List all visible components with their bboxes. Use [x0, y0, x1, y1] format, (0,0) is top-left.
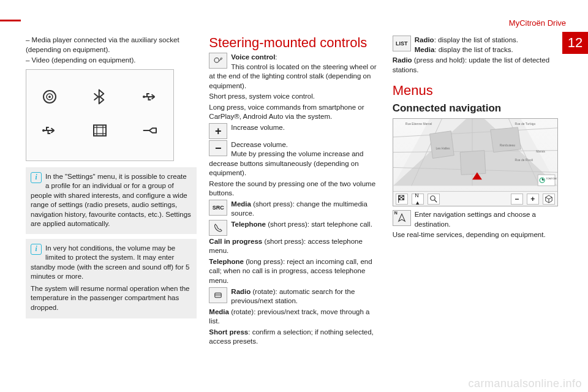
info-icon: i	[31, 172, 42, 183]
src-line: SRC Media (short press): change the mult…	[209, 200, 380, 219]
short-label: Short press	[209, 328, 248, 336]
svg-point-6	[214, 58, 219, 63]
svg-text:Rue de Turbigo: Rue de Turbigo	[514, 123, 535, 126]
plus-icon: +	[209, 123, 227, 139]
svg-point-2	[48, 96, 51, 98]
voice-label: Voice control	[231, 53, 275, 61]
panel-row	[37, 88, 162, 109]
list-icon: LIST	[393, 36, 411, 51]
dial-line: Radio (rotate): automatic search for the…	[209, 287, 380, 306]
svg-line-28	[434, 200, 437, 202]
phone-icon	[209, 220, 227, 236]
media2-label: Media	[209, 308, 229, 315]
info-box-settings: i In the "Settings" menu, it is possible…	[26, 167, 197, 234]
call-label: Call in progress	[209, 238, 262, 245]
radio-hold-label: Radio	[393, 56, 412, 64]
svg-marker-12	[429, 131, 454, 159]
column-3: LIST Radio: display the list of stations…	[393, 36, 572, 348]
tel2-label: Telephone	[209, 258, 244, 265]
accent-bar	[0, 20, 21, 21]
usb-icon	[37, 121, 62, 143]
usb-icon	[138, 88, 162, 109]
columns: – Media player connected via the auxilia…	[26, 36, 572, 348]
minus-icon: −	[209, 140, 227, 156]
voice-icon	[209, 53, 227, 69]
video-icon	[88, 121, 112, 143]
nav-toolbar: N▲ − +	[393, 191, 557, 206]
zoom-out-icon[interactable]: −	[511, 194, 523, 205]
info-icon: i	[31, 244, 42, 255]
svg-marker-13	[490, 127, 521, 153]
svg-text:Les Halles: Les Halles	[435, 147, 450, 150]
list-radio-label: Radio	[415, 36, 434, 43]
voice-body: Short press, system voice control.	[209, 92, 380, 102]
search-icon[interactable]	[428, 194, 440, 205]
nav-left-group: N▲	[396, 194, 440, 205]
media-sources-panel	[26, 69, 174, 161]
list-line: LIST Radio: display the list of stations…	[393, 36, 572, 55]
watermark: carmanualsonline.info	[468, 377, 582, 390]
bullet-item: – Video (depending on equipment).	[26, 56, 197, 66]
list-radio-text: : display the list of stations.	[434, 36, 518, 43]
svg-text:TOMTOM TRAFFIC: TOMTOM TRAFFIC	[546, 177, 557, 180]
list-media-label: Media	[415, 46, 435, 53]
svg-rect-5	[94, 125, 106, 136]
bluetooth-icon	[88, 88, 112, 109]
column-2: Steering-mounted controls Voice control:…	[209, 36, 380, 348]
chapter-badge: 12	[562, 32, 588, 54]
nav-settings-line: N Enter navigation settings and choose a…	[393, 210, 572, 229]
nav-right-group: − +	[511, 194, 555, 205]
vol-down-text: Decrease volume.	[231, 141, 288, 148]
voice-body: Long press, voice commands from smartpho…	[209, 103, 380, 122]
info-text: The system will resume normal operation …	[31, 284, 192, 313]
column-1: – Media player connected via the auxilia…	[26, 36, 197, 348]
info-text: In the "Settings" menu, it is possible t…	[31, 173, 191, 228]
svg-point-27	[430, 195, 435, 200]
panel-row	[37, 121, 162, 143]
vol-up-line: + Increase volume.	[209, 123, 380, 139]
voice-control-block: Voice control: This control is located o…	[209, 53, 380, 91]
nav-settings-text: Enter navigation settings and choose a d…	[415, 211, 536, 228]
header-brand: MyCitroën Drive	[509, 18, 566, 28]
media-text: (short press): change the multimedia sou…	[231, 200, 367, 217]
disc-icon	[37, 88, 62, 109]
svg-text:Rue Etienne Marcel: Rue Etienne Marcel	[405, 123, 432, 126]
compass-icon[interactable]: N▲	[412, 194, 424, 205]
view-3d-icon[interactable]	[543, 194, 555, 205]
bullet-item: – Media player connected via the auxilia…	[26, 36, 197, 55]
connected-nav-heading: Connected navigation	[393, 102, 572, 116]
mute-text: Mute by pressing the volume increase and…	[209, 150, 363, 176]
media2-text: (rotate): previous/next track, move thro…	[209, 308, 369, 325]
nav-arrow-icon: N	[393, 210, 411, 226]
phone-line: Telephone (short press): start telephone…	[209, 220, 380, 236]
tel-label: Telephone	[231, 221, 266, 228]
section-heading: Steering-mounted controls	[209, 36, 380, 50]
voice-body: This control is located on the steering …	[209, 63, 376, 89]
radio-hold-text: (press and hold): update the list of det…	[393, 56, 549, 74]
svg-rect-7	[215, 293, 222, 298]
media-label: Media	[231, 200, 251, 208]
dial-icon	[209, 287, 227, 303]
svg-text:Marais: Marais	[536, 150, 545, 153]
nav-screenshot: Rue Etienne Marcel Rue de Turbigo Les Ha…	[393, 118, 558, 206]
src-icon: SRC	[209, 200, 227, 216]
flag-icon[interactable]	[396, 194, 408, 205]
vol-up-text: Increase volume.	[231, 124, 285, 131]
page: MyCitroën Drive 12 – Media player connec…	[0, 0, 588, 392]
tel-text: (short press): start telephone call.	[266, 221, 372, 228]
svg-point-4	[42, 129, 45, 132]
svg-text:Rambuteau: Rambuteau	[499, 144, 515, 147]
aux-icon	[138, 121, 162, 143]
vol-down-line: − Decrease volume. Mute by pressing the …	[209, 140, 380, 178]
nav-footer-text: Use real-time services, depending on equ…	[393, 230, 572, 240]
info-box-hot: i In very hot conditions, the volume may…	[26, 239, 197, 319]
zoom-in-icon[interactable]: +	[527, 194, 539, 205]
restore-text: Restore the sound by pressing one of the…	[209, 179, 380, 198]
svg-text:Rue de Rivoli: Rue de Rivoli	[514, 159, 532, 162]
svg-point-3	[143, 96, 145, 98]
list-media-text: : display the list of tracks.	[434, 46, 513, 53]
svg-marker-14	[460, 151, 486, 175]
info-text: In very hot conditions, the volume may b…	[31, 244, 189, 281]
menus-heading: Menus	[393, 83, 572, 98]
radio-label: Radio	[231, 288, 251, 295]
